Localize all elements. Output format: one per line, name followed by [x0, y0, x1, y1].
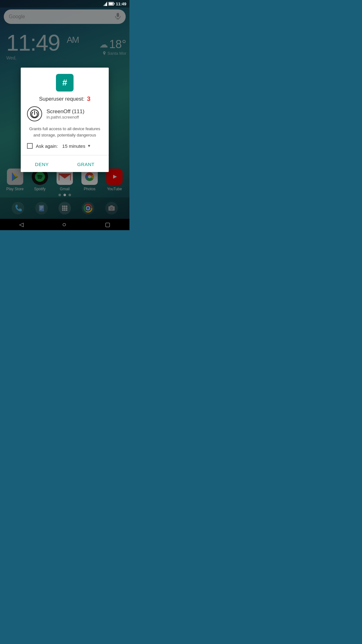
grant-button[interactable]: GRANT — [71, 159, 101, 169]
deny-button[interactable]: DENY — [29, 159, 55, 169]
time-dropdown[interactable]: 15 minutes ▼ — [62, 143, 91, 149]
recents-button[interactable]: ▢ — [105, 221, 110, 228]
dialog-divider — [21, 155, 109, 155]
dialog-ask-again-row[interactable]: Ask again: 15 minutes ▼ — [21, 143, 109, 149]
status-icons: 11:49 — [103, 2, 126, 6]
app-info: ScreenOff (111) in.pathri.screenoff — [47, 108, 85, 119]
app-name: ScreenOff (111) — [47, 108, 85, 115]
app-icon-circle — [27, 106, 42, 121]
dialog-app-row: ScreenOff (111) in.pathri.screenoff — [21, 106, 109, 121]
status-time: 11:49 — [116, 2, 126, 6]
time-value: 15 minutes — [62, 143, 85, 149]
svg-rect-5 — [109, 3, 113, 5]
app-package: in.pathri.screenoff — [47, 115, 85, 119]
dialog-buttons: DENY GRANT — [21, 157, 109, 172]
nav-bar: ◁ ○ ▢ — [0, 219, 129, 230]
ask-again-checkbox[interactable] — [27, 143, 33, 149]
app-power-icon — [30, 109, 40, 119]
dialog-description: Grants full access to all device feature… — [21, 126, 109, 138]
status-bar: 11:49 — [0, 0, 129, 8]
dialog-icon-container: # — [21, 74, 109, 92]
dropdown-arrow-icon: ▼ — [87, 144, 91, 148]
signal-icon — [103, 2, 107, 6]
dialog-title: Superuser request: — [39, 96, 85, 102]
back-button[interactable]: ◁ — [19, 221, 24, 228]
dialog-title-row: Superuser request: 3 — [21, 95, 109, 103]
battery-icon — [108, 2, 115, 6]
ask-again-label: Ask again: — [36, 143, 58, 149]
superuser-dialog: # Superuser request: 3 ScreenOff (111) i… — [21, 68, 109, 172]
dialog-badge: 3 — [87, 95, 90, 103]
home-button[interactable]: ○ — [62, 220, 66, 229]
superuser-icon: # — [56, 74, 74, 92]
svg-rect-4 — [114, 3, 114, 4]
